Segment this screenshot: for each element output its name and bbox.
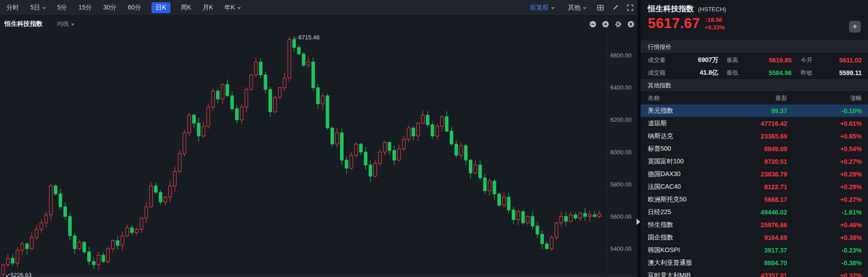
period-tab[interactable]: 日K <box>151 2 170 13</box>
index-change: +0.54% <box>787 145 862 153</box>
svg-text:5800.00: 5800.00 <box>610 181 632 188</box>
zoom-in-button[interactable] <box>602 20 609 28</box>
fullscreen-button[interactable] <box>627 4 634 11</box>
index-row[interactable]: 恒生指数25976.66+0.46% <box>641 219 868 231</box>
period-tab[interactable]: 月K <box>202 2 214 13</box>
quote-value: 6907万 <box>677 56 718 64</box>
index-last: 49446.02 <box>719 209 787 216</box>
period-tab[interactable]: 周K <box>180 2 192 13</box>
column-change: 涨幅 <box>787 94 862 102</box>
quote-label: 成交额 <box>648 69 677 77</box>
index-change: +0.32% <box>787 272 862 277</box>
chart-pane: 分时5日5分15分30分60分日K周K月K年K 前复权 其他 <box>0 0 637 277</box>
period-tab[interactable]: 年K <box>223 2 241 13</box>
index-row[interactable]: 美元指数99.37-0.10% <box>641 105 868 117</box>
svg-text:5600.00: 5600.00 <box>610 213 632 220</box>
adjust-mode-label: 前复权 <box>530 4 549 12</box>
period-tabs: 分时5日5分15分30分60分日K周K月K年K <box>5 2 242 13</box>
index-name: 恒生指数 <box>648 221 719 229</box>
index-change: +0.61% <box>787 120 862 127</box>
quote-row: 成交额41.8亿最低5584.96昨收5599.11 <box>648 67 862 79</box>
index-row[interactable]: 法国CAC408122.71+0.29% <box>641 181 868 193</box>
zoom-out-button[interactable] <box>589 20 597 28</box>
zoom-out-icon <box>589 20 597 28</box>
index-last: 9164.69 <box>719 234 787 241</box>
period-tab-label: 分时 <box>6 4 19 12</box>
index-last: 3917.37 <box>719 247 787 254</box>
quote-value: 5619.85 <box>748 57 792 64</box>
toolbar-right: 前复权 其他 <box>527 3 634 12</box>
chevron-down-icon <box>237 7 241 10</box>
chart-symbol-label: 恒生科技指数 <box>5 20 42 28</box>
others-dropdown[interactable]: 其他 <box>565 3 589 12</box>
quote-label: 成交量 <box>648 56 677 64</box>
svg-text:6600.00: 6600.00 <box>610 52 632 59</box>
index-row[interactable]: 欧洲斯托克505668.17+0.27% <box>641 193 868 206</box>
panel-collapse-handle[interactable] <box>637 219 640 225</box>
chevron-down-icon <box>551 7 555 10</box>
index-last: 9720.51 <box>719 158 787 165</box>
index-change: +0.29% <box>787 183 862 191</box>
index-name: 法国CAC40 <box>648 183 719 191</box>
ma-selector[interactable]: 均线 <box>54 19 77 29</box>
period-tab-label: 15分 <box>79 4 92 12</box>
index-row[interactable]: 纳斯达克23365.69+0.65% <box>641 130 868 143</box>
index-row[interactable]: 道琼斯47716.42+0.61% <box>641 117 868 130</box>
candlestick-plot[interactable]: 6600.006400.006200.006000.005800.005600.… <box>0 16 637 277</box>
index-row[interactable]: 澳大利亚普通股8884.70-0.38% <box>641 257 868 269</box>
add-to-watchlist-button[interactable]: + <box>849 21 861 33</box>
quote-label: 最高 <box>726 56 748 64</box>
period-tab-label: 月K <box>203 4 213 12</box>
period-tab[interactable]: 60分 <box>127 2 142 13</box>
indices-table: 美元指数99.37-0.10%道琼斯47716.42+0.61%纳斯达克2336… <box>641 105 868 277</box>
index-row[interactable]: 富时意大利MIB43357.01+0.32% <box>641 269 868 277</box>
quote-grid: 成交量6907万最高5619.85今开5611.02成交额41.8亿最低5584… <box>641 53 868 79</box>
indices-table-header: 名称 最新 涨幅 <box>641 92 868 105</box>
quote-value: 41.8亿 <box>677 69 718 77</box>
index-last: 43357.01 <box>719 272 787 277</box>
index-last: 23365.69 <box>719 133 787 140</box>
layout-grid-icon <box>597 4 604 11</box>
index-last: 25976.66 <box>719 221 787 229</box>
index-row[interactable]: 韩国KOSPI3917.37-0.23% <box>641 244 868 257</box>
settings-button[interactable] <box>614 20 622 28</box>
chart-controls <box>589 20 635 28</box>
index-last: 5668.17 <box>719 196 787 203</box>
index-last: 8122.71 <box>719 183 787 191</box>
adjust-mode-dropdown[interactable]: 前复权 <box>527 3 557 12</box>
index-change: +0.27% <box>787 158 862 165</box>
period-tab[interactable]: 30分 <box>102 2 118 13</box>
period-tab[interactable]: 5日 <box>29 2 47 13</box>
pane-divider[interactable] <box>637 0 641 277</box>
period-tab-label: 周K <box>181 4 191 12</box>
price-change: ↑18.56 <box>705 17 725 23</box>
index-change: +0.27% <box>787 196 862 203</box>
draw-tool-icon <box>612 4 619 11</box>
index-change: +0.29% <box>787 171 862 178</box>
index-name: 国企指数 <box>648 234 719 242</box>
period-tab[interactable]: 5分 <box>57 2 68 13</box>
zoom-in-icon <box>602 20 609 28</box>
index-name: 道琼斯 <box>648 119 719 128</box>
period-tab[interactable]: 15分 <box>78 2 93 13</box>
index-row[interactable]: 日经22549446.02-1.61% <box>641 206 868 219</box>
draw-tool-button[interactable] <box>612 4 619 11</box>
index-row[interactable]: 德国DAX3023836.79+0.29% <box>641 168 868 181</box>
period-tab[interactable]: 分时 <box>5 2 20 13</box>
index-name: 欧洲斯托克50 <box>648 196 719 204</box>
period-tab-label: 年K <box>224 4 235 12</box>
index-row[interactable]: 国企指数9164.69+0.38% <box>641 231 868 244</box>
settings-icon <box>614 20 622 28</box>
close-chart-button[interactable] <box>627 20 635 28</box>
index-change: +0.38% <box>787 234 862 241</box>
candlestick-chart[interactable]: 恒生科技指数 均线 <box>0 16 637 277</box>
high-annotation: ←6715.46 <box>292 34 320 41</box>
index-name: 美元指数 <box>648 107 719 115</box>
last-price: 5617.67 <box>648 15 700 32</box>
index-name: 澳大利亚普通股 <box>648 259 719 267</box>
index-last: 23836.79 <box>719 171 787 178</box>
layout-grid-button[interactable] <box>597 4 604 11</box>
index-row[interactable]: 英国富时1009720.51+0.27% <box>641 155 868 168</box>
index-row[interactable]: 标普5006849.09+0.54% <box>641 143 868 155</box>
index-last: 6849.09 <box>719 145 787 153</box>
